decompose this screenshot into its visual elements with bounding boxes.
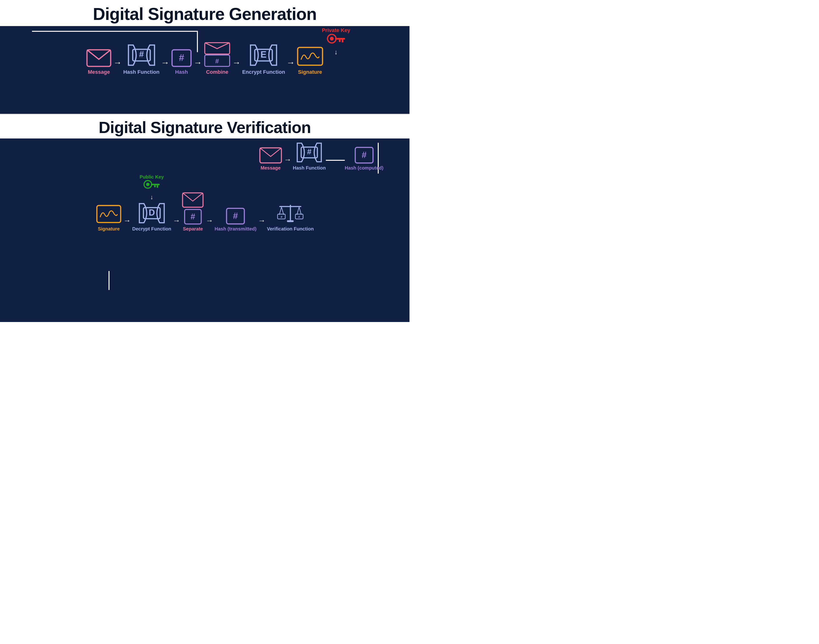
svg-rect-44 bbox=[287, 220, 294, 222]
arrow4-gen: → bbox=[232, 58, 241, 75]
svg-point-1 bbox=[330, 37, 334, 41]
signature-icon-gen bbox=[297, 46, 324, 67]
hash-func-label-gen: Hash Function bbox=[123, 69, 159, 75]
svg-line-37 bbox=[282, 207, 284, 215]
hash-box-icon-gen: # bbox=[171, 49, 192, 67]
ver-bottom-row: Signature → Public Key ↓ bbox=[12, 174, 398, 232]
svg-text:#: # bbox=[139, 49, 144, 59]
svg-rect-35 bbox=[279, 206, 302, 207]
generation-title-bar: Digital Signature Generation bbox=[0, 0, 409, 26]
svg-line-39 bbox=[299, 207, 301, 215]
svg-rect-24 bbox=[151, 184, 160, 185]
svg-text:#: # bbox=[191, 212, 195, 221]
svg-text:E: E bbox=[261, 49, 266, 60]
hash-label-gen: Hash bbox=[175, 69, 188, 75]
private-key-arrow-down: ↓ bbox=[334, 49, 338, 55]
svg-text:#: # bbox=[361, 150, 367, 160]
ver-top-h-line bbox=[326, 160, 345, 161]
svg-rect-34 bbox=[290, 205, 291, 220]
hash-func-icon-gen: # bbox=[126, 43, 157, 67]
envelope-icon-ver-sep bbox=[182, 191, 204, 209]
arrow3-gen: → bbox=[194, 58, 202, 75]
hash-box-icon-ver-trans: # bbox=[225, 207, 245, 225]
verification-section: Message → # Hash Function # bbox=[0, 138, 409, 322]
gen-message: Message bbox=[86, 48, 112, 75]
ver-signature: Signature bbox=[96, 204, 122, 232]
svg-rect-2 bbox=[335, 38, 345, 40]
svg-rect-4 bbox=[339, 40, 341, 42]
page-container: Digital Signature Generation Private Key… bbox=[0, 0, 409, 322]
gen-hash-func: # Hash Function bbox=[123, 43, 159, 75]
verification-title-bar: Digital Signature Verification bbox=[0, 114, 409, 138]
public-key-arrow-down: ↓ bbox=[150, 193, 153, 201]
combine-label-gen: Combine bbox=[206, 69, 228, 75]
svg-line-36 bbox=[279, 207, 282, 215]
envelope-icon-ver-top bbox=[259, 146, 282, 164]
signature-icon-ver bbox=[96, 204, 122, 225]
svg-text:#: # bbox=[179, 52, 184, 63]
signature-label-gen: Signature bbox=[298, 69, 322, 75]
ver-hash-transmitted: # Hash (transmitted) bbox=[214, 207, 256, 232]
svg-text:#: # bbox=[280, 215, 282, 219]
hash-box-icon-ver-sep: # bbox=[184, 209, 202, 225]
svg-text:#: # bbox=[307, 147, 311, 156]
arrow-ver-top-1: → bbox=[284, 155, 291, 171]
message-label-ver-top: Message bbox=[261, 165, 281, 171]
arrow-ver-bot-2: → bbox=[173, 216, 180, 232]
ver-decrypt-col: Public Key ↓ D Decrypt Fu bbox=[132, 174, 171, 232]
scale-icon-ver: # # bbox=[275, 200, 306, 225]
svg-rect-26 bbox=[154, 185, 156, 187]
svg-text:D: D bbox=[148, 208, 155, 218]
arrow1-gen: → bbox=[113, 58, 122, 75]
public-key-area: Public Key ↓ bbox=[139, 174, 164, 201]
arrow-ver-bot-1: → bbox=[123, 216, 131, 232]
hash-transmitted-label-ver: Hash (transmitted) bbox=[214, 226, 256, 232]
hash-func-icon-ver-top: # bbox=[295, 141, 323, 164]
hash-computed-label: Hash (computed) bbox=[345, 165, 383, 171]
ver-top-row: Message → # Hash Function # bbox=[12, 141, 398, 171]
arrow2-gen: → bbox=[161, 58, 170, 75]
verify-func-label-ver: Verification Function bbox=[267, 226, 314, 232]
svg-line-38 bbox=[297, 207, 299, 215]
decrypt-icon-ver: D bbox=[137, 201, 167, 225]
hash-func-label-ver-top: Hash Function bbox=[293, 165, 326, 171]
ver-verify-func: # # Verification Function bbox=[267, 200, 314, 232]
public-key-label: Public Key bbox=[139, 174, 164, 180]
hash-box-icon-ver-computed: # bbox=[354, 146, 374, 164]
gen-signature: Signature bbox=[297, 46, 324, 75]
generation-title: Digital Signature Generation bbox=[93, 5, 317, 23]
arrow-ver-bot-4: → bbox=[258, 216, 265, 232]
arrow5-gen: → bbox=[286, 58, 295, 75]
svg-text:#: # bbox=[299, 215, 300, 219]
private-key-icon bbox=[326, 34, 346, 49]
svg-rect-3 bbox=[342, 40, 343, 43]
combine-icon-gen: # bbox=[204, 41, 231, 67]
svg-rect-25 bbox=[157, 185, 158, 188]
separate-label-ver: Separate bbox=[183, 226, 203, 232]
verification-title: Digital Signature Verification bbox=[99, 118, 311, 136]
encrypt-label-gen: Encrypt Function bbox=[242, 69, 285, 75]
private-key-label: Private Key bbox=[322, 27, 350, 34]
private-key-area: Private Key ↓ bbox=[322, 27, 350, 55]
svg-text:#: # bbox=[233, 211, 238, 221]
ver-hash-func-top: # Hash Function bbox=[293, 141, 326, 171]
ver-message-top: Message bbox=[259, 146, 282, 171]
decrypt-label-ver: Decrypt Function bbox=[132, 226, 171, 232]
envelope-icon-gen bbox=[86, 48, 112, 67]
message-label-gen: Message bbox=[88, 69, 110, 75]
public-key-icon bbox=[143, 180, 160, 193]
encrypt-icon-gen: E bbox=[248, 43, 279, 67]
arrow-ver-bot-3: → bbox=[205, 216, 213, 232]
generation-section: Private Key ↓ Message → bbox=[0, 26, 409, 114]
l-connector-right bbox=[197, 31, 198, 52]
signature-label-ver: Signature bbox=[98, 226, 120, 232]
gen-combine: # Combine bbox=[204, 41, 231, 75]
ver-separate: # Separate bbox=[182, 191, 204, 232]
gen-encrypt: E Encrypt Function bbox=[242, 43, 285, 75]
ver-hash-computed: # Hash (computed) bbox=[345, 146, 383, 171]
gen-hash: # Hash bbox=[171, 49, 192, 75]
l-connector-top bbox=[32, 31, 198, 32]
svg-text:#: # bbox=[215, 57, 219, 65]
svg-point-23 bbox=[146, 182, 150, 186]
ver-separate-up-connector bbox=[109, 271, 109, 290]
